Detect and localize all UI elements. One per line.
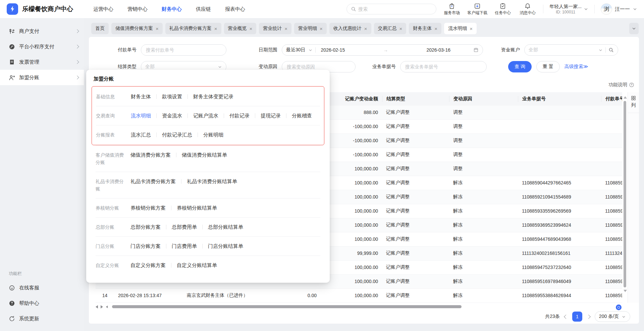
tab[interactable]: 储值消费分账方案 × <box>111 23 163 34</box>
flyout-menu-link[interactable]: 付款记录汇总 <box>162 131 192 138</box>
biz-no-input[interactable] <box>400 61 487 72</box>
header-biz-no[interactable]: 业务单据号 <box>518 96 601 102</box>
flyout-menu-link[interactable]: 总部费用单 <box>172 224 197 230</box>
top-menu-item[interactable]: 运营中心 <box>93 6 113 12</box>
floating-service-icon[interactable] <box>616 305 622 310</box>
tab[interactable]: 流水明细 × <box>444 23 477 34</box>
sidebar-item-help-center[interactable]: 帮助中心 <box>0 295 84 311</box>
message-center[interactable]: 消息中心 <box>518 3 537 16</box>
next-page-icon[interactable] <box>586 315 591 319</box>
tab[interactable]: 营业明细 × <box>294 23 327 34</box>
top-menu-item[interactable]: 营销中心 <box>127 6 148 12</box>
header-payment-no[interactable]: 付款单号 <box>601 96 622 102</box>
tab-close-icon[interactable]: × <box>470 26 473 31</box>
sidebar-item-merchant-pay[interactable]: 商户支付 <box>0 23 84 39</box>
tab-close-icon[interactable]: × <box>399 26 402 31</box>
search-button[interactable]: 查 询 <box>508 61 532 72</box>
flyout-menu-link[interactable]: 记账户流水 <box>193 112 218 119</box>
start-date[interactable]: 2026-02-15 <box>321 47 345 53</box>
page-size-select[interactable]: 200 条/页 <box>595 311 630 322</box>
flyout-menu-link[interactable]: 礼品卡消费分账结算单 <box>187 178 237 185</box>
tab[interactable]: 交易汇总 × <box>374 23 407 34</box>
feature-help-link[interactable]: 功能说明 <box>608 82 634 88</box>
task-center[interactable]: 任务中心 <box>493 3 512 16</box>
end-date[interactable]: 2026-03-16 <box>426 47 450 53</box>
flyout-menu-link[interactable]: 券核销分账结算单 <box>177 205 217 211</box>
tab-overflow-button[interactable] <box>629 23 639 34</box>
client-download[interactable]: 客户端下载 <box>467 3 487 16</box>
tab[interactable]: 首页 × <box>91 23 109 34</box>
header-change-amount[interactable]: 记账户变动金额 <box>321 96 382 102</box>
tab[interactable]: 营业概览 × <box>224 23 257 34</box>
tab-close-icon[interactable]: × <box>320 26 323 31</box>
horizontal-scroll-thumb[interactable] <box>112 305 462 308</box>
flyout-menu-link[interactable]: 付款记录 <box>229 112 250 119</box>
date-range-picker[interactable]: 最近30日 2026-02-15 → 2026-03-16 <box>282 44 483 56</box>
vertical-scroll-thumb[interactable] <box>624 101 626 287</box>
flyout-menu-link[interactable]: 门店分账方案 <box>130 243 161 250</box>
horizontal-scrollbar[interactable] <box>111 305 532 309</box>
advanced-search-link[interactable]: 高级搜索≫ <box>565 64 588 70</box>
flyout-menu-link[interactable]: 分账明细 <box>203 131 223 138</box>
tab-close-icon[interactable]: × <box>214 26 217 31</box>
flyout-menu-link[interactable]: 自定义分账方案 <box>130 262 166 269</box>
scroll-left-icon[interactable] <box>106 306 108 308</box>
search-input[interactable] <box>358 6 432 12</box>
flyout-menu-link[interactable]: 财务主体变更记录 <box>193 93 233 100</box>
tab-close-icon[interactable]: × <box>284 26 287 31</box>
flyout-menu-link[interactable]: 储值消费分账方案 <box>130 152 171 158</box>
service-market[interactable]: 服务市场 <box>442 3 461 16</box>
sidebar-item-online-service[interactable]: 在线客服 <box>0 280 84 295</box>
tab-close-icon[interactable]: × <box>364 26 367 31</box>
table-row[interactable]: 14 2026-02-28 15:13:47 南京玄武财务主体（已进件） 0.0… <box>96 289 622 303</box>
column-settings-rail[interactable]: 列 <box>628 92 639 303</box>
scroll-up-icon[interactable] <box>624 96 627 99</box>
tab-close-icon[interactable]: × <box>250 26 253 31</box>
tab[interactable]: 财务主体 × <box>409 23 441 34</box>
sidebar-item-franchise-split[interactable]: 加盟分账 <box>0 70 84 85</box>
top-menu-item[interactable]: 报表中心 <box>225 6 245 12</box>
flyout-menu-link[interactable]: 财务主体 <box>131 93 151 100</box>
payment-no-input[interactable] <box>141 44 226 56</box>
sidebar-item-invoice[interactable]: 发票管理 <box>0 54 84 70</box>
fund-account-select[interactable]: 全部 <box>524 44 618 56</box>
flyout-menu-link[interactable]: 总部分账方案 <box>130 224 161 230</box>
tab-label: 礼品卡消费分账方案 <box>169 25 212 32</box>
flyout-menu-link[interactable]: 资金流水 <box>162 112 182 119</box>
flyout-menu-link[interactable]: 流水明细 <box>131 112 151 119</box>
flyout-menu-link[interactable]: 券核销分账方案 <box>130 205 166 211</box>
flyout-menu-link[interactable]: 款项设置 <box>162 93 182 100</box>
scroll-right-icon[interactable] <box>101 305 103 309</box>
vertical-scrollbar[interactable] <box>622 92 628 303</box>
prev-page-icon[interactable] <box>564 315 568 319</box>
flyout-menu-link[interactable]: 提现记录 <box>261 112 281 119</box>
flyout-menu-link[interactable]: 总部分账结算单 <box>208 224 243 230</box>
store-selector[interactable]: 年轻人第一家... ID: 100011 <box>549 4 588 14</box>
flyout-menu-link[interactable]: 门店费用单 <box>172 243 197 250</box>
top-menu-item[interactable]: 财务中心 <box>162 6 182 12</box>
tab-close-icon[interactable]: × <box>434 26 437 31</box>
date-preset-select[interactable]: 最近30日 <box>286 47 306 53</box>
tab[interactable]: 礼品卡消费分账方案 × <box>165 23 221 34</box>
user-menu[interactable]: 浏 汪一一 <box>601 3 637 15</box>
current-page-button[interactable]: 1 <box>572 312 582 322</box>
scroll-left-icon[interactable] <box>96 305 98 309</box>
sidebar-item-system-update[interactable]: 系统更新 <box>0 311 84 326</box>
tab[interactable]: 收入优惠统计 × <box>329 23 371 34</box>
tab[interactable]: 营业统计 × <box>259 23 291 34</box>
tab-close-icon[interactable]: × <box>156 26 159 31</box>
reset-button[interactable]: 重 置 <box>536 61 560 72</box>
flyout-menu-link[interactable]: 流水汇总 <box>131 131 151 138</box>
flyout-menu-link[interactable]: 礼品卡消费分账方案 <box>130 178 176 185</box>
flyout-menu-link[interactable]: 自定义分账结算单 <box>177 262 217 269</box>
sidebar-item-miniprogram-pay[interactable]: 平台小程序支付 <box>0 39 84 54</box>
global-search[interactable] <box>346 4 436 14</box>
top-menu-item[interactable]: 供应链 <box>196 6 211 12</box>
flyout-menu-link[interactable]: 分账稽查 <box>292 112 312 119</box>
scroll-down-icon[interactable] <box>624 290 627 292</box>
header-change-reason[interactable]: 变动原因 <box>449 96 518 102</box>
flyout-menu-link[interactable]: 储值消费分账结算单 <box>182 152 227 158</box>
search-icon[interactable] <box>608 47 614 53</box>
header-settle-type[interactable]: 结算类型 <box>382 96 449 102</box>
flyout-menu-link[interactable]: 门店分账结算单 <box>208 243 243 250</box>
